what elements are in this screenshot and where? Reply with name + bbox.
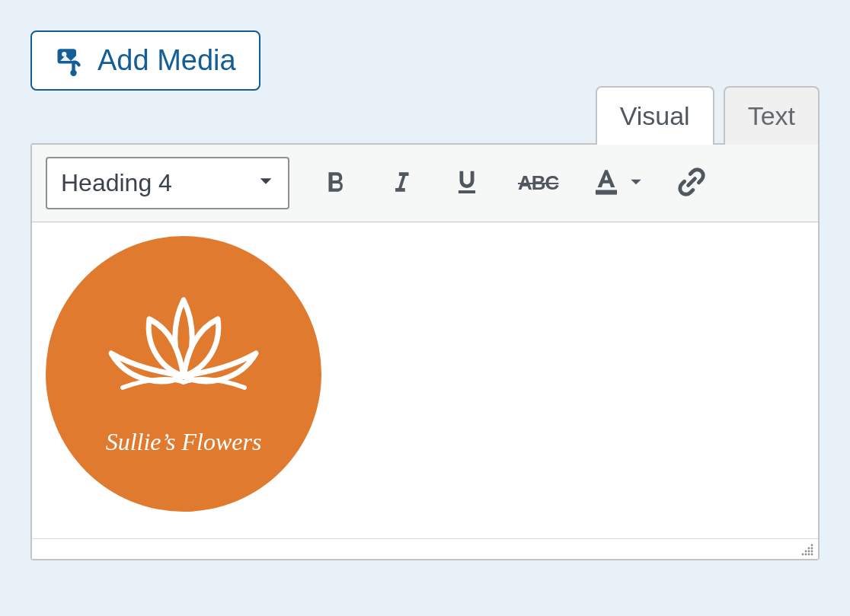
- italic-icon: [387, 168, 416, 199]
- chevron-down-icon: [628, 174, 644, 193]
- strikethrough-button[interactable]: ABC: [513, 164, 563, 203]
- strikethrough-icon: ABC: [518, 171, 558, 195]
- add-media-button[interactable]: Add Media: [30, 30, 260, 91]
- text-color-icon: [590, 166, 622, 201]
- media-icon: [55, 45, 87, 77]
- link-icon: [676, 166, 708, 200]
- link-button[interactable]: [671, 164, 712, 203]
- add-media-label: Add Media: [97, 44, 236, 77]
- svg-rect-3: [596, 190, 617, 194]
- svg-point-11: [805, 554, 807, 556]
- chevron-down-icon: [257, 173, 274, 194]
- svg-point-12: [808, 554, 810, 556]
- format-dropdown[interactable]: Heading 4: [46, 157, 289, 209]
- tab-text-label: Text: [748, 101, 795, 130]
- tab-visual[interactable]: Visual: [596, 86, 714, 145]
- format-selected-label: Heading 4: [61, 169, 172, 197]
- resize-handle-icon[interactable]: [800, 542, 815, 557]
- svg-point-2: [70, 69, 76, 75]
- svg-point-6: [811, 547, 813, 550]
- tab-text[interactable]: Text: [724, 86, 820, 145]
- bold-button[interactable]: [317, 164, 355, 203]
- underline-button[interactable]: [448, 164, 486, 203]
- underline-icon: [452, 168, 481, 199]
- inserted-image-logo[interactable]: Sullie’s Flowers: [46, 236, 321, 512]
- lotus-icon: [96, 292, 271, 410]
- svg-point-5: [808, 547, 810, 550]
- italic-button[interactable]: [382, 164, 420, 203]
- editor-tabs: Visual Text: [30, 85, 820, 143]
- svg-point-10: [802, 554, 804, 556]
- editor-statusbar: [32, 539, 818, 559]
- editor-toolbar: Heading 4 ABC: [32, 145, 818, 222]
- svg-point-9: [811, 551, 813, 553]
- editor-content[interactable]: Sullie’s Flowers: [32, 222, 818, 539]
- tab-visual-label: Visual: [620, 101, 690, 130]
- bold-icon: [321, 168, 350, 199]
- svg-point-13: [811, 554, 813, 556]
- text-color-button[interactable]: [590, 166, 644, 201]
- svg-point-7: [805, 551, 807, 553]
- svg-point-8: [808, 551, 810, 553]
- svg-point-4: [811, 544, 813, 547]
- logo-caption: Sullie’s Flowers: [106, 428, 262, 456]
- editor: Heading 4 ABC: [30, 143, 820, 560]
